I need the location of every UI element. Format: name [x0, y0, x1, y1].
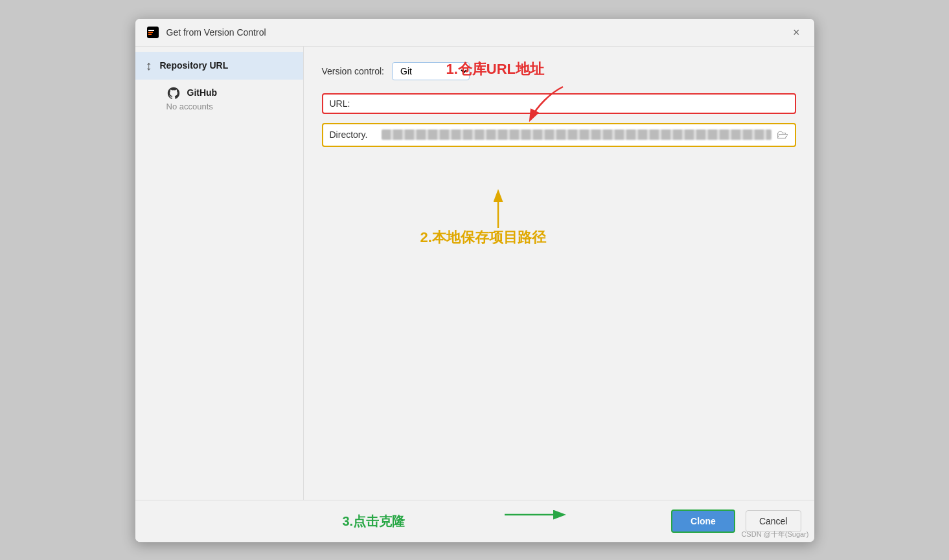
- main-content: 1.仓库URL地址 Version control: Git Mercurial…: [304, 47, 814, 500]
- title-bar: Get from Version Control ×: [135, 19, 814, 47]
- close-button[interactable]: ×: [789, 25, 804, 39]
- sidebar-item-github[interactable]: GitHub: [166, 86, 293, 100]
- version-control-row: Version control: Git Mercurial Subversio…: [322, 62, 796, 80]
- svg-rect-3: [148, 30, 154, 31]
- red-arrow: [518, 80, 576, 126]
- browse-folder-icon[interactable]: 🗁: [777, 128, 788, 142]
- sidebar: ↕ Repository URL GitHub No accounts: [135, 47, 304, 500]
- sidebar-github-label: GitHub: [187, 87, 218, 98]
- cancel-button[interactable]: Cancel: [746, 510, 801, 532]
- sidebar-repository-url-label: Repository URL: [160, 60, 229, 71]
- svg-rect-2: [148, 34, 152, 35]
- url-label: URL:: [330, 98, 375, 109]
- annotation-green: 3.点击克隆: [343, 513, 406, 530]
- github-icon: [166, 86, 181, 100]
- dialog-title: Get from Version Control: [166, 27, 266, 38]
- directory-label: Directory.: [330, 129, 375, 140]
- dialog-body: ↕ Repository URL GitHub No accounts 1.仓库…: [135, 47, 814, 500]
- version-control-label: Version control:: [322, 66, 385, 76]
- clone-button[interactable]: Clone: [671, 510, 735, 533]
- dialog-footer: 3.点击克隆 Clone Cancel CSDN @十年(Sugar): [135, 500, 814, 542]
- sidebar-github-section: GitHub No accounts: [135, 80, 303, 118]
- watermark: CSDN @十年(Sugar): [741, 530, 808, 539]
- yellow-arrow: [472, 183, 524, 234]
- sidebar-item-repository-url[interactable]: ↕ Repository URL: [135, 52, 303, 80]
- url-input[interactable]: [382, 98, 788, 109]
- directory-field-row: Directory. 🗁: [322, 123, 796, 147]
- green-arrow: [498, 502, 576, 528]
- sidebar-github-sublabel: No accounts: [166, 102, 213, 111]
- app-icon: [146, 25, 160, 39]
- title-bar-left: Get from Version Control: [146, 25, 266, 39]
- directory-value-blurred: [382, 129, 772, 140]
- get-from-vcs-dialog: Get from Version Control × ↕ Repository …: [135, 18, 815, 543]
- repo-url-icon: ↕: [146, 58, 152, 73]
- annotation-red: 1.仓库URL地址: [446, 60, 545, 79]
- svg-rect-1: [148, 32, 153, 33]
